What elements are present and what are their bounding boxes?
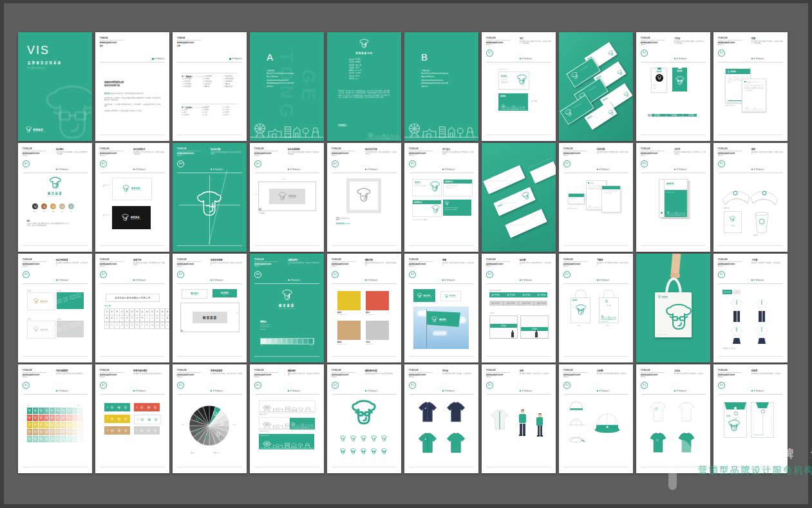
page-a15[interactable]: TONGGE BRAND VISUAL IDENTIFICATION SYSTE… <box>327 364 401 473</box>
page-header-mark: 桐哥旅游品牌设计 <box>133 390 146 392</box>
decor <box>147 406 150 409</box>
bull-logo-icon <box>62 437 66 441</box>
decor <box>274 425 283 429</box>
decor <box>751 58 753 59</box>
decor: / <box>137 429 137 432</box>
page-a03[interactable]: TONGGE BRAND VISUAL IDENTIFICATION SYSTE… <box>173 143 247 252</box>
page-mock-env[interactable]: 桐哥旅游TONG GE TRAVEL桐哥旅游TONG GE TRAVELTONG… <box>482 143 556 252</box>
decor <box>140 406 144 409</box>
page-b12[interactable]: TONGGE BRAND VISUAL IDENTIFICATION SYSTE… <box>404 364 478 473</box>
font-grid: 深圳市标派视觉品牌设计有限公ABCDEFGHIJKLMN0123456789ab… <box>104 308 169 329</box>
page-b16[interactable]: TONGGE BRAND VISUAL IDENTIFICATION SYSTE… <box>713 364 788 473</box>
decor: 桐哥旅游·名片 <box>445 181 453 183</box>
page-b08[interactable]: TONGGE BRAND VISUAL IDENTIFICATION SYSTE… <box>404 254 478 362</box>
decor <box>675 212 677 215</box>
fx-label: 印金效果 <box>27 290 32 291</box>
decor <box>522 191 531 200</box>
decor: 本页规定了手提袋的规格与印刷规范，使用时请参照执行。 <box>597 262 628 266</box>
page-b05[interactable]: TONGGE BRAND VISUAL IDENTIFICATION SYSTE… <box>559 143 633 252</box>
page-b10[interactable]: TONGGE BRAND VISUAL IDENTIFICATION SYSTE… <box>559 254 633 362</box>
page-cover[interactable]: VIS品牌视觉识别系统BRAND IDENTITYVI DESIGN 2020桐… <box>18 32 92 141</box>
page-a09[interactable]: TONGGE BRAND VISUAL IDENTIFICATION SYSTE… <box>250 254 324 362</box>
decor: 本页规定了标志在色彩背景上的正确与错误使用方式。 <box>133 373 165 375</box>
decor: 桐哥旅游TONG GE TRAVEL张先生 · 经理138 0000 0000w… <box>501 75 515 84</box>
page-b04[interactable]: TONGGE BRAND VISUAL IDENTIFICATION SYSTE… <box>404 143 478 252</box>
model-figure <box>518 409 527 436</box>
decor: 标志安全空间 <box>365 147 397 151</box>
decor <box>112 407 113 408</box>
decor: A11 色彩延展规范A12 背景色使用规范A13 背景明度规范A14 辅助图形A… <box>223 75 241 88</box>
page-mock-bag[interactable]: 桐哥旅游TONG GE TRAVELTONG GE TRAVEL <box>636 254 710 362</box>
page-a13[interactable]: TONGGE BRAND VISUAL IDENTIFICATION SYSTE… <box>173 364 247 473</box>
page-b07[interactable]: TONGGE BRAND VISUAL IDENTIFICATION SYSTE… <box>713 143 788 252</box>
decor <box>211 390 212 391</box>
divider-cn: 桐哥旅游品牌视觉识别系统·应用元素应用规范 <box>421 82 461 88</box>
decor: 标准色是品牌识别的重要元素，印刷时请严格按照色值执行。 <box>288 262 319 266</box>
page-toc[interactable]: TONGGEBRAND VISUAL IDENTIFICATION SYSTEM… <box>173 32 247 141</box>
decor: C22 M36 Y56 K0 <box>337 343 346 344</box>
page-a08[interactable]: TONGGE BRAND VISUAL IDENTIFICATION SYSTE… <box>173 254 247 362</box>
tint-cell <box>39 429 44 435</box>
page-a10[interactable]: TONGGE BRAND VISUAL IDENTIFICATION SYSTE… <box>327 254 401 362</box>
page-a06[interactable]: TONGGE BRAND VISUAL IDENTIFICATION SYSTE… <box>18 254 92 362</box>
page-divider-b[interactable]: BTONG GEBrand Visual Identification Syst… <box>404 32 478 141</box>
decor <box>288 169 289 170</box>
dim-label: a <box>211 178 212 180</box>
page-b02[interactable]: TONGGE BRAND VISUAL IDENTIFICATION SYSTE… <box>636 32 710 141</box>
page-a01[interactable]: TONGGE BRAND VISUAL IDENTIFICATION SYSTE… <box>18 143 92 252</box>
page-header-right: 背景色使用规范 本页规定了标志在色彩背景上的正确与错误使用方式。 <box>133 369 165 375</box>
page-a07[interactable]: TONGGE BRAND VISUAL IDENTIFICATION SYSTE… <box>95 254 169 362</box>
page-b01[interactable]: TONGGE BRAND VISUAL IDENTIFICATION SYSTE… <box>482 32 556 141</box>
decor <box>353 401 375 424</box>
decor: 桐哥旅游品牌设计 <box>290 279 301 281</box>
decor <box>751 279 753 281</box>
decor: 桐哥旅游 <box>726 291 731 292</box>
bull-logo-icon <box>147 406 151 409</box>
footer-rule <box>641 467 706 467</box>
decor <box>537 435 540 436</box>
decor <box>28 438 31 440</box>
decor <box>47 86 92 138</box>
page-header-left: TONGGE BRAND VISUAL IDENTIFICATION SYSTE… <box>409 147 441 156</box>
decor: 桐哥旅游品牌视觉识别系统 <box>100 41 132 44</box>
tint-cell <box>292 339 297 344</box>
decor <box>61 205 64 208</box>
page-a11[interactable]: TONGGE BRAND VISUAL IDENTIFICATION SYSTE… <box>18 364 92 473</box>
decor: 桐哥旅游品牌设计 <box>368 390 378 392</box>
page-a05[interactable]: TONGGE BRAND VISUAL IDENTIFICATION SYSTE… <box>327 143 401 252</box>
fx-label: 印银效果 <box>27 318 32 319</box>
page-preface[interactable]: TONGGEBRAND VISUAL IDENTIFICATION SYSTEM… <box>95 32 169 141</box>
decor: 本页规定了信纸的标准版式与印刷规范，使用时请参照执行，不得随意更改。 <box>751 41 783 44</box>
page-a14[interactable]: TONGGE BRAND VISUAL IDENTIFICATION SYSTE… <box>250 364 324 473</box>
decor: VERTICAL <box>223 294 227 295</box>
decor: 应用元素 <box>641 376 673 378</box>
page-b13[interactable]: TONGGE BRAND VISUAL IDENTIFICATION SYSTE… <box>482 364 556 473</box>
bull-logo-icon <box>370 435 377 442</box>
page-b14[interactable]: TONGGE BRAND VISUAL IDENTIFICATION SYSTE… <box>559 364 633 473</box>
cover-watermark-bull <box>39 82 92 141</box>
page-divider-a[interactable]: TONG GEATONGGEBrand Visual Identificatio… <box>250 32 324 141</box>
tick: 25% <box>233 424 236 425</box>
decor: 本页规定了标志与标准字的组合方式，彩色稿与反白稿请严格参照执行。 <box>133 151 165 155</box>
decor <box>680 212 682 214</box>
decor <box>520 58 521 59</box>
grid-logo-block: 桐哥旅游TONG GE TRAVEL <box>269 189 305 204</box>
page-intro[interactable]: 桐哥旅游介绍品牌名称：桐哥旅游行业属性：旅游服务品牌风格：年轻 · 活力标准色彩… <box>327 32 401 141</box>
tint-cell <box>277 339 282 344</box>
page-b03[interactable]: TONGGE BRAND VISUAL IDENTIFICATION SYSTE… <box>713 32 788 141</box>
decor <box>28 129 30 131</box>
decor <box>425 408 426 409</box>
page-b15[interactable]: TONGGE BRAND VISUAL IDENTIFICATION SYSTE… <box>636 364 710 473</box>
page-mock-cards[interactable]: 桐哥旅游TONG GE TRAVELTONG GE TRAVEL桐哥旅游TONG… <box>559 32 633 141</box>
page-a04[interactable]: TONGGE BRAND VISUAL IDENTIFICATION SYSTE… <box>250 143 324 252</box>
page-b09[interactable]: TONGGE BRAND VISUAL IDENTIFICATION SYSTE… <box>482 254 556 362</box>
page-header-mark: 桐哥旅游品牌设计 <box>520 279 533 281</box>
page-b06[interactable]: TONGGE BRAND VISUAL IDENTIFICATION SYSTE… <box>636 143 710 252</box>
bull-logo-icon <box>537 294 540 297</box>
decor: 基础元素 <box>332 376 364 378</box>
decor <box>675 76 685 86</box>
page-a02[interactable]: TONGGE BRAND VISUAL IDENTIFICATION SYSTE… <box>95 143 169 252</box>
page-b11[interactable]: TONGGE BRAND VISUAL IDENTIFICATION SYSTE… <box>713 254 788 362</box>
decor <box>363 438 364 440</box>
page-a12[interactable]: TONGGE BRAND VISUAL IDENTIFICATION SYSTE… <box>95 364 169 473</box>
